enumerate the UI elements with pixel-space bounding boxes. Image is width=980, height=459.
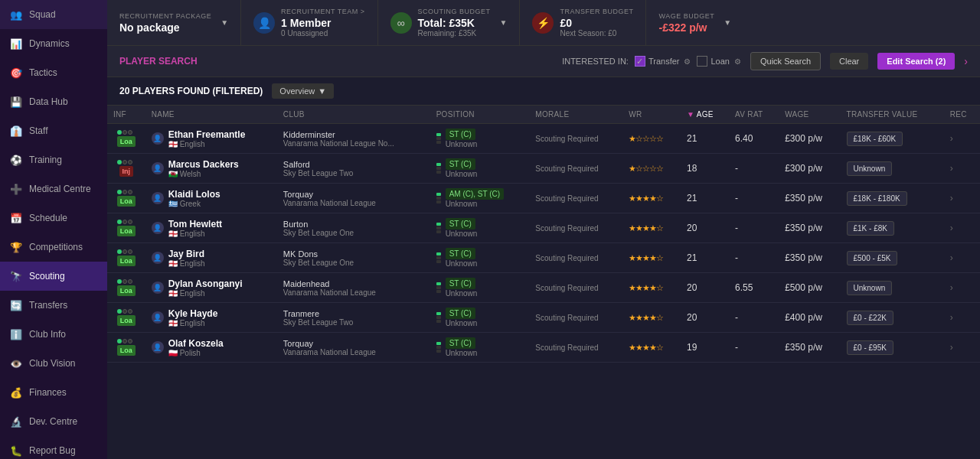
scouting-dots-0: [117, 130, 132, 135]
sidebar-item-club-info[interactable]: ℹ️ Club Info: [0, 320, 107, 349]
loan-checkbox[interactable]: [697, 56, 707, 67]
morale-0: Scouting Required: [535, 135, 598, 143]
row-arrow-5[interactable]: ›: [950, 282, 953, 293]
wage-budget-dropdown[interactable]: ▼: [724, 18, 731, 27]
transfer-checkbox-item[interactable]: ✓ Transfer ⚙: [635, 56, 691, 67]
player-search-title: PLAYER SEARCH: [119, 56, 198, 67]
cell-transfer-6: £0 - £22K: [841, 303, 944, 333]
cell-name-7: 👤 Olaf Koszela 🇵🇱Polish: [145, 333, 277, 363]
sidebar-item-training[interactable]: ⚽ Training: [0, 145, 107, 174]
competitions-icon: 🏆: [9, 240, 23, 254]
sidebar-item-competitions[interactable]: 🏆 Competitions: [0, 233, 107, 262]
cell-rec-6[interactable]: ›: [944, 303, 980, 333]
edit-search-button[interactable]: Edit Search (2): [877, 53, 955, 70]
col-name[interactable]: NAME: [145, 106, 277, 124]
position-unknown-3: Unknown: [446, 230, 478, 238]
table-row[interactable]: Loa 👤 Klaidi Lolos 🇬🇷Greek Torquay Vanar…: [107, 184, 980, 213]
scouting-budget-remaining: Remaining: £35K: [418, 29, 491, 37]
sidebar-item-medical[interactable]: ➕ Medical Centre: [0, 174, 107, 203]
cell-rec-0[interactable]: ›: [944, 124, 980, 154]
sidebar: 👥 Squad 📊 Dynamics 🎯 Tactics 💾 Data Hub …: [0, 0, 107, 459]
quick-search-button[interactable]: Quick Search: [750, 52, 821, 70]
col-wr: WR: [622, 106, 681, 124]
sidebar-item-club-vision[interactable]: 👁️ Club Vision: [0, 349, 107, 378]
overview-button[interactable]: Overview ▼: [272, 83, 334, 99]
table-row[interactable]: Loa 👤 Dylan Asonganyi 🏴󠁧󠁢󠁥󠁮󠁧󠁿English Mai…: [107, 273, 980, 303]
table-row[interactable]: Loa 👤 Tom Hewlett 🏴󠁧󠁢󠁥󠁮󠁧󠁿English Burton …: [107, 213, 980, 243]
sidebar-item-transfers[interactable]: 🔄 Transfers: [0, 291, 107, 320]
cell-position-0: ST (C) Unknown: [430, 124, 530, 154]
flag-4: 🏴󠁧󠁢󠁥󠁮󠁧󠁿: [168, 259, 178, 268]
row-arrow-1[interactable]: ›: [950, 163, 953, 174]
sidebar-item-finances[interactable]: 💰 Finances: [0, 378, 107, 407]
row-arrow-6[interactable]: ›: [950, 312, 953, 323]
sidebar-item-scouting[interactable]: 🔭 Scouting: [0, 262, 107, 291]
cell-rec-1[interactable]: ›: [944, 154, 980, 184]
sidebar-item-dynamics[interactable]: 📊 Dynamics: [0, 29, 107, 58]
col-wage: WAGE: [779, 106, 840, 124]
league-name-0: Vanarama National League No...: [283, 139, 424, 148]
col-age[interactable]: ▼ AGE: [681, 106, 729, 124]
clear-button[interactable]: Clear: [830, 53, 868, 70]
wage-3: £350 p/w: [785, 223, 822, 233]
player-avatar-3: 👤: [152, 222, 164, 234]
cell-rec-4[interactable]: ›: [944, 243, 980, 273]
cell-rec-3[interactable]: ›: [944, 213, 980, 243]
scouting-budget-section: ∞ SCOUTING BUDGET Total: £35K Remaining:…: [378, 0, 521, 45]
scouting-budget-total: Total: £35K: [418, 17, 475, 29]
cell-inf-1: Inj: [107, 154, 145, 184]
player-nation-7: 🇵🇱Polish: [168, 349, 224, 357]
cell-rec-5[interactable]: ›: [944, 273, 980, 303]
loan-settings-icon[interactable]: ⚙: [734, 57, 741, 66]
transfer-value-1: Unknown: [847, 161, 893, 176]
av-rat-5: 6.55: [735, 282, 753, 293]
row-arrow-0[interactable]: ›: [950, 133, 953, 144]
sidebar-item-data-hub[interactable]: 💾 Data Hub: [0, 87, 107, 116]
table-row[interactable]: Inj 👤 Marcus Dackers 🏴󠁧󠁢󠁷󠁬󠁳󠁿Welsh Salfor…: [107, 154, 980, 184]
cell-name-3: 👤 Tom Hewlett 🏴󠁧󠁢󠁥󠁮󠁧󠁿English: [145, 213, 277, 243]
cell-rec-2[interactable]: ›: [944, 184, 980, 213]
table-row[interactable]: Loa 👤 Jay Bird 🏴󠁧󠁢󠁥󠁮󠁧󠁿English MK Dons Sk…: [107, 243, 980, 273]
table-row[interactable]: Loa 👤 Kyle Hayde 🏴󠁧󠁢󠁥󠁮󠁧󠁿English Tranmere…: [107, 303, 980, 333]
sidebar-label-squad: Squad: [29, 9, 56, 20]
cell-transfer-3: £1K - £8K: [841, 213, 944, 243]
transfer-value-7: £0 - £95K: [847, 340, 893, 355]
sidebar-item-staff[interactable]: 👔 Staff: [0, 116, 107, 145]
cell-inf-5: Loa: [107, 273, 145, 303]
sidebar-item-tactics[interactable]: 🎯 Tactics: [0, 58, 107, 87]
sidebar-label-transfers: Transfers: [29, 300, 67, 311]
recruitment-package-dropdown[interactable]: ▼: [220, 18, 228, 27]
table-header-row: INF NAME CLUB POSITION MORALE WR ▼ AGE A…: [107, 106, 980, 124]
table-row[interactable]: Loa 👤 Ethan Freemantle 🏴󠁧󠁢󠁥󠁮󠁧󠁿English Ki…: [107, 124, 980, 154]
sidebar-item-dev-centre[interactable]: 🔬 Dev. Centre: [0, 407, 107, 436]
flag-6: 🏴󠁧󠁢󠁥󠁮󠁧󠁿: [168, 319, 178, 327]
sidebar-item-report-bug[interactable]: 🐛 Report Bug: [0, 436, 107, 459]
row-arrow-7[interactable]: ›: [950, 342, 953, 353]
sidebar-item-schedule[interactable]: 📅 Schedule: [0, 203, 107, 233]
row-arrow-2[interactable]: ›: [950, 193, 953, 203]
row-arrow-3[interactable]: ›: [950, 223, 953, 233]
next-arrow[interactable]: ›: [964, 55, 968, 67]
transfer-checkbox[interactable]: ✓: [635, 56, 645, 67]
table-row[interactable]: Loa 👤 Olaf Koszela 🇵🇱Polish Torquay Vana…: [107, 333, 980, 363]
scouting-dots-2: [117, 190, 132, 194]
loan-checkbox-item[interactable]: Loan ⚙: [697, 56, 740, 67]
transfer-settings-icon[interactable]: ⚙: [684, 57, 691, 66]
cell-age-2: 21: [681, 184, 729, 213]
cell-inf-4: Loa: [107, 243, 145, 273]
cell-av-rat-0: 6.40: [729, 124, 779, 154]
row-arrow-4[interactable]: ›: [950, 252, 953, 263]
cell-wr-4: ★★★★☆: [622, 243, 681, 273]
sidebar-label-dev-centre: Dev. Centre: [29, 416, 77, 427]
cell-rec-7[interactable]: ›: [944, 333, 980, 363]
recruitment-team-label: RECRUITMENT TEAM >: [281, 8, 364, 15]
player-nation-6: 🏴󠁧󠁢󠁥󠁮󠁧󠁿English: [168, 319, 218, 327]
player-name-6: Kyle Hayde: [168, 308, 218, 319]
club-name-1: Salford: [283, 160, 424, 169]
sidebar-item-squad[interactable]: 👥 Squad: [0, 0, 107, 29]
cell-transfer-7: £0 - £95K: [841, 333, 944, 363]
wage-0: £300 p/w: [785, 133, 822, 144]
scouting-budget-dropdown[interactable]: ▼: [500, 18, 508, 27]
player-nation-2: 🇬🇷Greek: [168, 200, 220, 208]
cell-inf-7: Loa: [107, 333, 145, 363]
